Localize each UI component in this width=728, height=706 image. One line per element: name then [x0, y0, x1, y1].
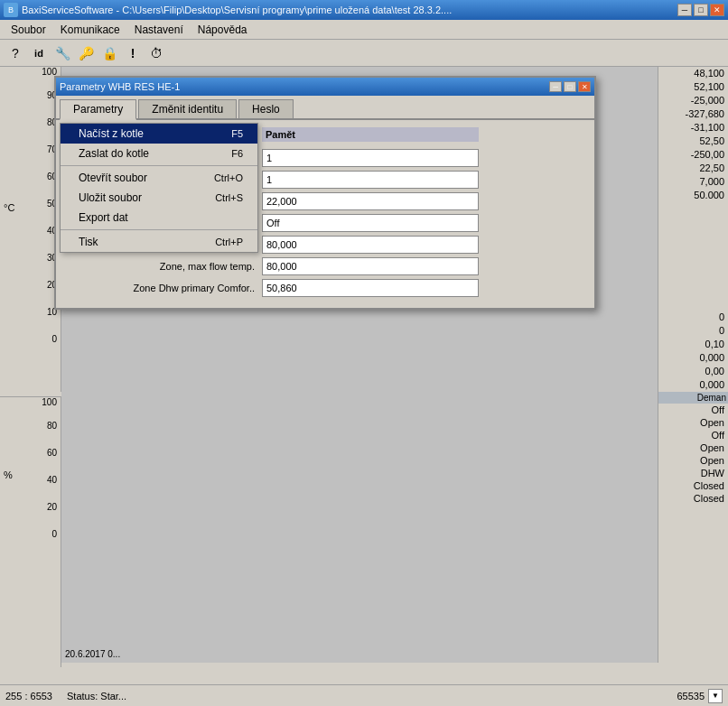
status-dropdown-btn[interactable]: ▼ — [708, 689, 723, 703]
rv-3: -327,680 — [658, 107, 728, 121]
rv-7: 22,50 — [658, 162, 728, 175]
pscale-60: 60 — [0, 439, 61, 466]
scale-40: 40 — [0, 217, 61, 244]
menu-napoveda[interactable]: Nápověda — [191, 22, 255, 38]
param-input-5[interactable] — [262, 257, 479, 275]
dialog-tab-bar: Parametry Změnit identitu Heslo Načíst z… — [56, 96, 594, 120]
title-bar-left: B BaxiServiceSoftware - C:\Users\Filip\D… — [4, 3, 452, 17]
param-input-3[interactable] — [262, 214, 479, 232]
rs-closed1: Closed — [658, 479, 728, 492]
dialog-title-bar: Parametry WHB RES HE-1 ─ □ ✕ — [56, 78, 594, 96]
status-left: 255 : 6553 — [5, 691, 52, 701]
tab-zmenit-identitu[interactable]: Změnit identitu — [138, 99, 237, 118]
params-dialog: Parametry WHB RES HE-1 ─ □ ✕ Parametry Z… — [54, 76, 596, 310]
menu-otevrit-soubor[interactable]: Otevřít soubor Ctrl+O — [61, 168, 257, 188]
rv-4: -31,100 — [658, 121, 728, 135]
pscale-20: 20 — [0, 493, 61, 520]
rv-5: 52,50 — [658, 135, 728, 148]
left-scale-celsius: 100 90 80 70 60 50 °C 40 30 20 10 0 — [0, 67, 61, 392]
rs-dhw: DHW — [658, 467, 728, 479]
pscale-100: 100 — [0, 397, 61, 412]
minimize-button[interactable]: ─ — [677, 4, 692, 16]
menu-bar: Soubor Komunikace Nastavení Nápověda — [0, 20, 728, 40]
scale-80: 80 — [0, 108, 61, 135]
scale-0: 0 — [0, 325, 61, 352]
pamet-header: Pamět — [262, 127, 479, 142]
rv-2: -25,000 — [658, 94, 728, 107]
rs-open1: Open — [658, 416, 728, 429]
param-label-6: Zone Dhw primary Comfor.. — [63, 283, 262, 293]
param-input-1[interactable] — [262, 171, 479, 189]
title-bar: B BaxiServiceSoftware - C:\Users\Filip\D… — [0, 0, 728, 20]
toolbar-lock-icon[interactable]: 🔒 — [99, 43, 119, 63]
menu-nacist-z-kotle[interactable]: Načíst z kotle F5 — [61, 124, 257, 144]
param-row-5: Zone, max flow temp. — [63, 257, 587, 275]
scale-70: 70 — [0, 135, 61, 163]
main-area: 100 90 80 70 60 50 °C 40 30 20 10 0 100 … — [0, 67, 728, 684]
rv-13: 0,000 — [658, 351, 728, 365]
status-right-value: 65535 — [677, 691, 705, 701]
demand-label: Deman — [658, 392, 728, 404]
menu-nastaveni[interactable]: Nastavení — [127, 22, 191, 38]
spacer — [658, 202, 728, 311]
menu-komunikace[interactable]: Komunikace — [53, 22, 127, 38]
dialog-minimize-btn[interactable]: ─ — [549, 81, 562, 92]
right-data-panel: 48,100 52,100 -25,000 -327,680 -31,100 5… — [658, 67, 728, 663]
param-label-5: Zone, max flow temp. — [63, 261, 262, 272]
rv-0: 48,100 — [658, 67, 728, 80]
rv-1: 52,100 — [658, 80, 728, 94]
parametry-dropdown: Načíst z kotle F5 Zaslat do kotle F6 Ote… — [60, 123, 258, 253]
scale-90: 90 — [0, 81, 61, 108]
dialog-title-text: Parametry WHB RES HE-1 — [60, 81, 180, 92]
toolbar-help-icon[interactable]: ? — [5, 43, 25, 63]
dialog-controls: ─ □ ✕ — [549, 81, 591, 92]
scale-10: 10 — [0, 298, 61, 325]
close-button[interactable]: ✕ — [710, 4, 724, 16]
param-input-0[interactable] — [262, 149, 479, 167]
pscale-80: 80 — [0, 412, 61, 439]
rv-14: 0,00 — [658, 365, 728, 378]
pscale-0: 0 — [0, 520, 61, 547]
dialog-maximize-btn[interactable]: □ — [564, 81, 576, 92]
status-text: Status: Star... — [67, 691, 126, 701]
maximize-button[interactable]: □ — [694, 4, 708, 16]
menu-ulozit-soubor[interactable]: Uložit soubor Ctrl+S — [61, 188, 257, 208]
scale-30: 30 — [0, 244, 61, 271]
scale-100: 100 — [0, 67, 61, 81]
rs-open3: Open — [658, 454, 728, 467]
rv-11: 0 — [658, 324, 728, 338]
rv-6: -250,00 — [658, 148, 728, 162]
menu-zaslat-do-kotle[interactable]: Zaslat do kotle F6 — [61, 144, 257, 163]
percent-label: % — [4, 469, 13, 480]
date-label: 20.6.2017 0... — [65, 649, 120, 659]
rv-8: 7,000 — [658, 175, 728, 189]
menu-soubor[interactable]: Soubor — [4, 22, 53, 38]
menu-tisk[interactable]: Tisk Ctrl+P — [61, 232, 257, 252]
dialog-close-btn[interactable]: ✕ — [578, 81, 591, 92]
param-input-4[interactable] — [262, 236, 479, 254]
toolbar: ? id 🔧 🔑 🔒 ! ⏱ — [0, 40, 728, 67]
rv-9: 50.000 — [658, 189, 728, 202]
rs-off1: Off — [658, 404, 728, 416]
toolbar-alert-icon[interactable]: ! — [123, 43, 143, 63]
rv-10: 0 — [658, 311, 728, 324]
status-bar: 255 : 6553 Status: Star... 65535 ▼ — [0, 684, 728, 706]
toolbar-id-icon[interactable]: id — [29, 43, 49, 63]
param-input-2[interactable] — [262, 192, 479, 210]
left-scale-percent: 100 80 60 40 20 0 % — [0, 396, 61, 667]
rs-open2: Open — [658, 441, 728, 454]
rv-12: 0,10 — [658, 338, 728, 351]
rv-15: 0,000 — [658, 378, 728, 392]
param-row-6: Zone Dhw primary Comfor.. — [63, 279, 587, 297]
celsius-label: °C — [4, 202, 14, 213]
tab-heslo[interactable]: Heslo — [238, 99, 294, 118]
tab-parametry[interactable]: Parametry — [60, 99, 136, 120]
param-input-6[interactable] — [262, 279, 479, 297]
scale-20: 20 — [0, 271, 61, 298]
toolbar-key-icon[interactable]: 🔑 — [76, 43, 96, 63]
menu-export-dat[interactable]: Export dat — [61, 208, 257, 228]
separator-2 — [61, 229, 257, 230]
toolbar-timer-icon[interactable]: ⏱ — [146, 43, 166, 63]
rs-off2: Off — [658, 429, 728, 441]
toolbar-wrench-icon[interactable]: 🔧 — [52, 43, 72, 63]
